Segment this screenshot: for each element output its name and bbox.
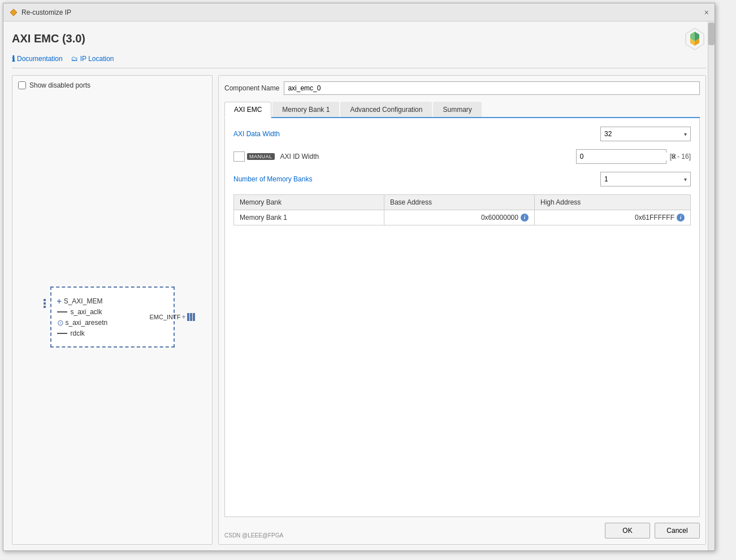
- main-body: Show disabled ports: [12, 75, 706, 545]
- header-section: AXI EMC (3.0): [12, 27, 706, 50]
- links-row: ℹ Documentation 🗂 IP Location: [12, 54, 706, 68]
- show-disabled-ports-label: Show disabled ports: [29, 81, 90, 89]
- table-header-row: Memory Bank Base Address High Address: [234, 195, 691, 210]
- title-bar-left: Re-customize IP: [9, 8, 71, 17]
- folder-icon: 🗂: [71, 55, 78, 63]
- port-line-rdclk: [57, 333, 67, 334]
- aclk-label: s_axi_aclk: [71, 308, 102, 316]
- ip-block: + S_AXI_MEM s_axi_aclk ⊙ s_axi_aresetn: [50, 286, 175, 348]
- diagram-area: + S_AXI_MEM s_axi_aclk ⊙ s_axi_aresetn: [18, 95, 206, 539]
- memory-banks-table: Memory Bank Base Address High Address Me…: [233, 194, 691, 225]
- manual-checkbox[interactable]: [233, 151, 245, 162]
- ip-location-link[interactable]: 🗂 IP Location: [71, 55, 114, 63]
- memory-table-header: Memory Bank Base Address High Address: [234, 195, 691, 210]
- dropdown-arrow-2: ▾: [684, 176, 687, 183]
- tab-memory-bank-1[interactable]: Memory Bank 1: [272, 102, 339, 117]
- base-address-container: 0x60000000 i: [390, 214, 529, 222]
- axi-id-width-input[interactable]: [577, 153, 668, 160]
- axi-data-width-row: AXI Data Width 32 ▾: [233, 127, 691, 141]
- aresetn-label: s_axi_aresetn: [66, 319, 108, 327]
- emc-plus-icon: +: [181, 313, 185, 321]
- table-row: Memory Bank 1 0x60000000 i: [234, 210, 691, 225]
- ip-block-container: + S_AXI_MEM s_axi_aclk ⊙ s_axi_aresetn: [50, 286, 175, 348]
- high-address-value: 0x61FFFFFF: [635, 214, 674, 222]
- documentation-link[interactable]: ℹ Documentation: [12, 54, 63, 63]
- scrollbar-track: [708, 21, 715, 550]
- memory-table-body: Memory Bank 1 0x60000000 i: [234, 210, 691, 225]
- left-dots: [44, 299, 46, 308]
- left-dot-1: [44, 299, 46, 301]
- col-header-bank: Memory Bank: [234, 195, 384, 210]
- left-dot-2: [44, 302, 46, 305]
- axi-data-width-control: 32 ▾: [600, 127, 691, 141]
- emc-intf-connector: EMC_INTF +: [149, 313, 194, 321]
- port-row-aresetn: ⊙ s_axi_aresetn: [57, 318, 165, 327]
- show-disabled-ports-checkbox[interactable]: [18, 81, 26, 89]
- num-memory-banks-control: 1 ▾: [600, 172, 691, 186]
- axi-id-width-label: AXI ID Width: [280, 153, 319, 160]
- tab-summary[interactable]: Summary: [433, 102, 481, 117]
- right-panel: Component Name AXI EMC Memory Bank 1 Adv…: [218, 75, 706, 545]
- plus-icon-s-axi-mem: +: [57, 297, 62, 306]
- component-name-label: Component Name: [224, 84, 279, 92]
- axi-id-width-range: [0 - 16]: [670, 153, 691, 160]
- axi-id-width-input-wrap: ✕: [576, 149, 666, 164]
- component-name-row: Component Name: [224, 81, 700, 95]
- title-bar: Re-customize IP ×: [3, 3, 715, 21]
- aresetn-container: ⊙ s_axi_aresetn: [57, 318, 108, 327]
- circle-icon-aresetn: ⊙: [57, 318, 64, 327]
- dialog-window: Re-customize IP × AXI EMC (3.0) ℹ Docume…: [3, 3, 715, 551]
- dropdown-arrow-1: ▾: [684, 131, 687, 137]
- intf-bar-2: [190, 313, 192, 321]
- base-address-info-icon[interactable]: i: [521, 214, 529, 222]
- high-address-cell: 0x61FFFFFF i: [534, 210, 690, 225]
- close-button[interactable]: ×: [704, 8, 709, 17]
- left-connector: [44, 299, 46, 308]
- intf-bar-3: [193, 313, 195, 321]
- tab-advanced-config[interactable]: Advanced Configuration: [340, 102, 432, 117]
- rdclk-label: rdclk: [71, 329, 85, 337]
- axi-data-width-label: AXI Data Width: [233, 130, 347, 138]
- app-icon: [9, 8, 18, 17]
- col-header-base-address: Base Address: [384, 195, 534, 210]
- emc-intf-label: EMC_INTF: [149, 314, 180, 320]
- left-dot-3: [44, 306, 46, 308]
- port-row-aclk: s_axi_aclk: [57, 308, 165, 316]
- tabs-row: AXI EMC Memory Bank 1 Advanced Configura…: [224, 102, 700, 118]
- watermark: CSDN @LEEE@FPGA: [224, 532, 283, 539]
- doc-icon: ℹ: [12, 54, 15, 63]
- bank-cell: Memory Bank 1: [234, 210, 384, 225]
- show-ports-row: Show disabled ports: [18, 81, 206, 89]
- left-panel: Show disabled ports: [12, 75, 213, 545]
- axi-data-width-dropdown[interactable]: 32 ▾: [600, 127, 691, 141]
- port-row-rdclk: rdclk: [57, 329, 165, 337]
- xilinx-logo: [683, 27, 706, 50]
- s-axi-mem-label: S_AXI_MEM: [64, 297, 103, 305]
- num-memory-banks-dropdown[interactable]: 1 ▾: [600, 172, 691, 186]
- title-bar-text: Re-customize IP: [21, 8, 71, 16]
- col-header-high-address: High Address: [534, 195, 690, 210]
- ok-button[interactable]: OK: [605, 523, 650, 539]
- scrollbar-thumb[interactable]: [708, 23, 715, 45]
- high-address-container: 0x61FFFFFF i: [540, 214, 685, 222]
- content-area: AXI EMC (3.0) ℹ Documentation 🗂 IP Locat…: [3, 21, 715, 550]
- intf-bar-1: [187, 313, 189, 321]
- base-address-value: 0x60000000: [481, 214, 518, 222]
- axi-id-width-row: MANUAL AXI ID Width ✕ [0 - 16]: [233, 149, 691, 164]
- manual-badge: MANUAL: [247, 153, 275, 160]
- cancel-button[interactable]: Cancel: [655, 523, 700, 539]
- app-title: AXI EMC (3.0): [12, 32, 85, 45]
- svg-marker-0: [10, 9, 17, 16]
- tab-axi-emc[interactable]: AXI EMC: [224, 102, 271, 118]
- num-memory-banks-row: Number of Memory Banks 1 ▾: [233, 172, 691, 186]
- base-address-cell: 0x60000000 i: [384, 210, 534, 225]
- footer: CSDN @LEEE@FPGA OK Cancel: [224, 517, 700, 539]
- axi-id-width-control: ✕ [0 - 16]: [576, 149, 691, 164]
- intf-bars: [187, 313, 195, 321]
- manual-input-container: MANUAL AXI ID Width: [233, 151, 319, 162]
- tab-content-axi-emc: AXI Data Width 32 ▾ MANUAL: [224, 118, 700, 517]
- high-address-info-icon[interactable]: i: [677, 214, 685, 222]
- component-name-input[interactable]: [284, 81, 700, 95]
- num-memory-banks-label: Number of Memory Banks: [233, 175, 347, 183]
- port-line-aclk: [57, 311, 67, 312]
